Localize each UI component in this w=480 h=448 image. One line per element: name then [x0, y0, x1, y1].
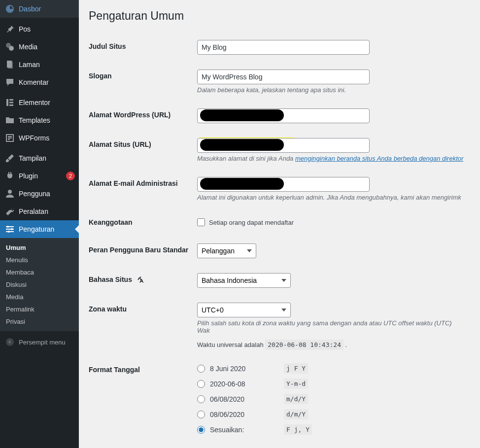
- menu-pages[interactable]: Laman: [0, 56, 79, 73]
- menu-users[interactable]: Pengguna: [0, 185, 79, 203]
- collapse-icon: [5, 337, 15, 347]
- submenu-reading[interactable]: Membaca: [0, 266, 79, 278]
- menu-settings[interactable]: Pengaturan: [0, 220, 79, 238]
- date-radio[interactable]: [197, 411, 205, 418]
- date-radio[interactable]: [197, 380, 205, 388]
- page-title: Pengaturan Umum: [89, 9, 470, 23]
- admin-email-description: Alamat ini digunakan untuk keperluan adm…: [197, 194, 465, 201]
- menu-media[interactable]: Media: [0, 38, 79, 56]
- menu-elementor[interactable]: Elementor: [0, 94, 79, 111]
- menu-label: Dasbor: [19, 5, 75, 13]
- timezone-description: Pilih salah satu kota di zona waktu yang…: [197, 319, 465, 334]
- menu-label: Komentar: [19, 78, 75, 86]
- brush-icon: [5, 153, 15, 163]
- menu-templates[interactable]: Templates: [0, 111, 79, 129]
- membership-label: Keanggotaan: [89, 208, 197, 236]
- submenu-writing[interactable]: Menulis: [0, 254, 79, 266]
- membership-checkbox-label: Setiap orang dapat mendaftar: [209, 219, 294, 226]
- user-icon: [5, 189, 15, 199]
- site-url-description: Masukkan alamat di sini jika Anda mengin…: [197, 155, 465, 162]
- date-radio[interactable]: [197, 365, 205, 373]
- site-url-help-link[interactable]: menginginkan beranda situs Anda berbeda …: [295, 155, 463, 162]
- svg-rect-3: [8, 62, 13, 69]
- page-icon: [5, 60, 15, 69]
- menu-label: Pengguna: [19, 190, 75, 198]
- tagline-label: Slogan: [89, 62, 197, 101]
- menu-tools[interactable]: Peralatan: [0, 203, 79, 220]
- site-title-label: Judul Situs: [89, 33, 197, 62]
- tagline-description: Dalam beberapa kata, jelaskan tentang ap…: [197, 86, 465, 94]
- admin-sidebar: Dasbor Pos Media Laman Komentar Elemento…: [0, 0, 79, 448]
- menu-label: WPForms: [19, 134, 75, 142]
- svg-point-18: [8, 231, 10, 233]
- collapse-label: Persempit menu: [19, 339, 66, 346]
- menu-appearance[interactable]: Tampilan: [0, 149, 79, 167]
- date-option-label: Sesuaikan:: [210, 426, 279, 434]
- date-option-code: d/m/Y: [284, 409, 308, 419]
- wrench-icon: [5, 207, 15, 216]
- menu-label: Media: [19, 43, 75, 51]
- timezone-label: Zona waktu: [89, 295, 197, 356]
- admin-email-label: Alamat E-mail Administrasi: [89, 170, 197, 208]
- date-option-label: 2020-06-08: [210, 380, 279, 388]
- menu-comments[interactable]: Komentar: [0, 73, 79, 91]
- date-option-custom[interactable]: Sesuaikan: F j, Y: [197, 424, 465, 435]
- folder-icon: [5, 115, 15, 125]
- menu-label: Elementor: [19, 99, 75, 106]
- update-badge: 2: [66, 172, 75, 180]
- membership-option[interactable]: Setiap orang dapat mendaftar: [197, 218, 465, 226]
- wp-url-input[interactable]: [197, 108, 370, 123]
- date-option[interactable]: 8 Juni 2020 j F Y: [197, 363, 465, 374]
- menu-label: Laman: [19, 61, 75, 69]
- submenu-discussion[interactable]: Diskusi: [0, 278, 79, 291]
- dashboard-icon: [5, 4, 15, 14]
- menu-posts[interactable]: Pos: [0, 20, 79, 38]
- menu-label: Peralatan: [19, 207, 75, 215]
- admin-email-input[interactable]: [197, 177, 370, 192]
- wp-url-label: Alamat WordPress (URL): [89, 101, 197, 131]
- submenu-permalink[interactable]: Permalink: [0, 303, 79, 315]
- form-icon: [5, 133, 15, 143]
- menu-label: Pos: [19, 25, 75, 33]
- date-option-label: 8 Juni 2020: [210, 365, 279, 373]
- date-radio[interactable]: [197, 426, 205, 434]
- svg-point-12: [8, 190, 12, 194]
- date-option[interactable]: 08/06/2020 d/m/Y: [197, 409, 465, 419]
- collapse-menu[interactable]: Persempit menu: [0, 333, 79, 351]
- site-url-input[interactable]: [197, 138, 370, 153]
- date-option-label: 06/08/2020: [210, 395, 279, 403]
- date-radio[interactable]: [197, 395, 205, 403]
- site-url-label: Alamat Situs (URL): [89, 131, 197, 170]
- date-option[interactable]: 06/08/2020 m/d/Y: [197, 394, 465, 404]
- menu-plugins[interactable]: Plugin 2: [0, 167, 79, 185]
- sliders-icon: [5, 224, 15, 234]
- menu-dashboard[interactable]: Dasbor: [0, 0, 79, 18]
- plugin-icon: [5, 171, 15, 181]
- tagline-input[interactable]: [197, 69, 370, 84]
- submenu-general[interactable]: Umum: [0, 241, 79, 254]
- svg-rect-6: [9, 102, 13, 103]
- membership-checkbox[interactable]: [197, 218, 205, 226]
- pin-icon: [5, 24, 15, 34]
- submenu-privacy[interactable]: Privasi: [0, 315, 79, 328]
- main-content: Pengaturan Umum Judul Situs Slogan Dalam…: [79, 0, 480, 448]
- elementor-icon: [5, 98, 15, 107]
- comment-icon: [5, 77, 15, 87]
- site-title-input[interactable]: [197, 40, 370, 55]
- menu-label: Pengaturan: [19, 225, 75, 233]
- utc-time-code: 2020-06-08 10:43:24: [265, 340, 343, 350]
- date-option-label: 08/06/2020: [210, 411, 279, 418]
- submenu-media[interactable]: Media: [0, 291, 79, 303]
- menu-wpforms[interactable]: WPForms: [0, 129, 79, 147]
- svg-point-1: [9, 46, 14, 51]
- date-option-code: j F Y: [284, 363, 308, 374]
- svg-rect-7: [9, 104, 13, 106]
- date-option-code: m/d/Y: [284, 394, 308, 404]
- utc-time-line: Waktu universal adalah 2020-06-08 10:43:…: [197, 341, 465, 348]
- default-role-label: Peran Pengguna Baru Standar: [89, 236, 197, 266]
- date-option[interactable]: 2020-06-08 Y-m-d: [197, 379, 465, 389]
- svg-rect-4: [6, 99, 8, 106]
- timezone-select[interactable]: UTC+0: [197, 303, 291, 317]
- default-role-select[interactable]: Pelanggan: [197, 243, 256, 258]
- language-select[interactable]: Bahasa Indonesia: [197, 273, 291, 288]
